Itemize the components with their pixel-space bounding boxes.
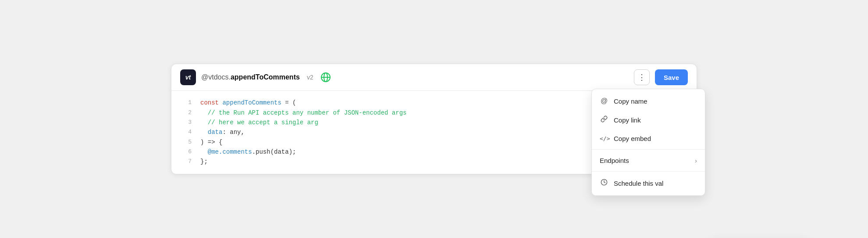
function-name-text: appendToComments: [231, 73, 300, 81]
logo-text: vt: [185, 74, 191, 81]
menu-item-endpoints[interactable]: Endpoints › Copy run endpoint Copy expre…: [592, 151, 705, 169]
menu-label-schedule: Schedule this val: [614, 180, 663, 187]
menu-label-copy-link: Copy link: [614, 116, 641, 124]
toolbar: vt @vtdocs.appendToComments v2 ⋮ Save @ …: [171, 64, 697, 91]
code-text-1: const appendToComments = (: [200, 98, 296, 108]
menu-label-copy-embed: Copy embed: [614, 135, 651, 142]
line-num-5: 5: [178, 137, 192, 147]
code-text-4: data: any,: [200, 127, 245, 137]
val-name-display: @vtdocs.appendToComments: [201, 73, 300, 81]
more-button-icon: ⋮: [638, 72, 646, 82]
line-num-1: 1: [178, 98, 192, 108]
menu-divider-2: [592, 171, 705, 172]
clock-icon: [600, 179, 608, 188]
save-button[interactable]: Save: [655, 69, 688, 85]
code-text-7: };: [200, 157, 208, 166]
endpoints-arrow-icon: ›: [695, 157, 697, 164]
menu-label-copy-name: Copy name: [614, 97, 647, 105]
line-num-4: 4: [178, 127, 192, 137]
logo-icon: vt: [180, 69, 196, 85]
version-badge: v2: [307, 74, 313, 81]
dropdown-menu: @ Copy name Copy link </> Copy embed: [591, 89, 705, 196]
code-text-2: // the Run API accepts any number of JSO…: [200, 108, 406, 118]
code-text-3: // here we accept a single arg: [200, 118, 318, 127]
at-icon: @: [600, 97, 608, 105]
menu-label-endpoints: Endpoints: [600, 157, 629, 164]
menu-item-copy-embed[interactable]: </> Copy embed: [592, 130, 705, 148]
line-num-6: 6: [178, 147, 192, 157]
menu-item-copy-name[interactable]: @ Copy name: [592, 92, 705, 110]
menu-item-schedule[interactable]: Schedule this val: [592, 173, 705, 193]
globe-icon: [320, 72, 331, 83]
menu-item-copy-link[interactable]: Copy link: [592, 110, 705, 130]
editor-container: vt @vtdocs.appendToComments v2 ⋮ Save @ …: [171, 64, 697, 174]
link-icon: [600, 115, 608, 124]
line-num-7: 7: [178, 157, 192, 166]
code-text-5: ) => {: [200, 137, 222, 147]
line-num-3: 3: [178, 118, 192, 127]
line-num-2: 2: [178, 108, 192, 118]
menu-divider-1: [592, 149, 705, 150]
more-button[interactable]: ⋮: [634, 69, 650, 85]
handle-text: @vtdocs.: [201, 73, 231, 81]
code-text-6: @me.comments.push(data);: [200, 147, 296, 157]
embed-icon: </>: [600, 135, 608, 142]
